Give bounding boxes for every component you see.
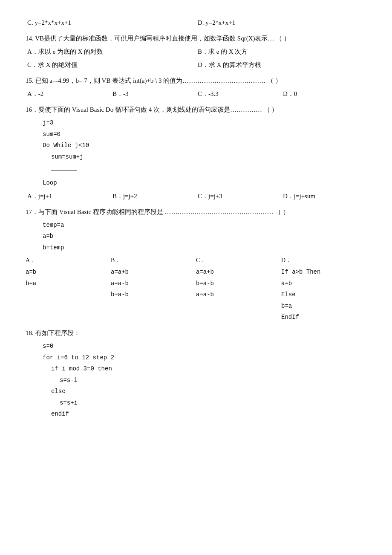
q17-d-label: D． <box>281 255 363 266</box>
q17-a-l2: b=a <box>26 278 107 289</box>
q16-code-blank-line <box>43 164 366 176</box>
q16-option-a: A．j=j+1 <box>26 191 111 202</box>
q16-code-line2: sum=0 <box>43 129 366 140</box>
q14-block: 14. VB提供了大量的标准函数，可供用户编写程序时直接使用，如数学函数 Sqr… <box>26 33 366 71</box>
q17-a-label: A． <box>26 255 107 266</box>
q14-option-b: B．求 e 的 X 次方 <box>196 46 366 58</box>
q16-code-line1: j=3 <box>43 117 366 129</box>
q18-block: 18. 有如下程序段： s=0 for i=6 to 12 step 2 if … <box>26 327 366 420</box>
q17-d-l1: If a>b Then <box>281 266 363 278</box>
q17-block: 17．与下面 Visual Basic 程序功能相同的程序段是 ……………………… <box>26 206 366 323</box>
q17-d-l5: EndIf <box>281 312 363 323</box>
q18-title: 18. 有如下程序段： <box>26 327 366 339</box>
q17-b-label: B． <box>111 255 193 266</box>
q17-option-c: C． a=a+b b=a-b a=a-b <box>196 255 281 323</box>
q13-option-c: C. y=2*x*x+x+1 <box>26 17 196 29</box>
q16-option-d: D．j=j+sum <box>281 191 366 202</box>
q17-option-b: B． a=a+b a=a-b b=a-b <box>111 255 196 323</box>
q15-option-c: C．-3.3 <box>196 88 281 100</box>
q18-l2: for i=6 to 12 step 2 <box>43 352 366 364</box>
q16-option-c: C．j=j+3 <box>196 191 281 202</box>
q17-d-l3: Else <box>281 289 363 301</box>
q15-block: 15. 已知 a=-4.99，b= 7，则 VB 表达式 int(a)+b \ … <box>26 75 366 100</box>
q18-l3: if i mod 3=0 then <box>51 363 366 375</box>
q17-title: 17．与下面 Visual Basic 程序功能相同的程序段是 ……………………… <box>26 206 366 218</box>
q14-option-c: C．求 X 的绝对值 <box>26 59 196 71</box>
q15-title: 15. 已知 a=-4.99，b= 7，则 VB 表达式 int(a)+b \ … <box>26 75 366 87</box>
q17-c-l1: a=a+b <box>196 266 278 278</box>
q18-l4: s=s-i <box>60 375 366 386</box>
q14-option-a: A．求以 e 为底的 X 的对数 <box>26 46 196 58</box>
q18-l5: else <box>51 386 366 397</box>
q13-options: C. y=2*x*x+x+1 D. y=2^x+x+1 <box>26 17 366 29</box>
q16-option-b: B．j=j+2 <box>111 191 196 202</box>
q15-option-d: D．0 <box>281 88 366 100</box>
q17-option-d: D． If a>b Then a=b Else b=a EndIf <box>281 255 366 323</box>
q16-code-line3: Do While j<10 <box>43 140 366 151</box>
q15-option-a: A．-2 <box>26 88 111 100</box>
q17-c-label: C． <box>196 255 278 266</box>
q14-title: 14. VB提供了大量的标准函数，可供用户编写程序时直接使用，如数学函数 Sqr… <box>26 33 366 44</box>
q17-c-l3: a=a-b <box>196 289 278 301</box>
q17-code: temp=a a=b b=temp <box>43 220 366 254</box>
q18-l1: s=0 <box>43 341 366 352</box>
q17-code-line1: temp=a <box>43 220 366 231</box>
q17-b-l2: a=a-b <box>111 278 193 289</box>
q18-code: s=0 for i=6 to 12 step 2 if i mod 3=0 th… <box>43 341 366 420</box>
q17-d-l2: a=b <box>281 278 363 289</box>
q16-block: 16．要使下面的 Visual Basic Do 循环语句做 4 次，则划线处的… <box>26 104 366 202</box>
q17-d-l4: b=a <box>281 301 363 312</box>
q16-code-line5: Loop <box>43 177 366 189</box>
q17-b-l3: b=a-b <box>111 289 193 301</box>
q14-option-d: D．求 X 的算术平方根 <box>196 59 366 71</box>
q17-a-l1: a=b <box>26 266 107 278</box>
q17-option-a: A． a=b b=a <box>26 255 111 323</box>
q16-code-line4: sum=sum+j <box>43 151 366 163</box>
q15-options: A．-2 B．-3 C．-3.3 D．0 <box>26 88 366 100</box>
q17-c-l2: b=a-b <box>196 278 278 289</box>
q17-code-line3: b=temp <box>43 242 366 254</box>
q16-code: j=3 sum=0 Do While j<10 sum=sum+j Loop <box>43 117 366 189</box>
q18-l7: endif <box>51 408 366 420</box>
q16-title: 16．要使下面的 Visual Basic Do 循环语句做 4 次，则划线处的… <box>26 104 366 116</box>
q15-option-b: B．-3 <box>111 88 196 100</box>
q13-option-d: D. y=2^x+x+1 <box>196 17 366 29</box>
q18-l6: s=s+i <box>60 397 366 409</box>
q17-code-line2: a=b <box>43 231 366 242</box>
q14-options-cd: C．求 X 的绝对值 D．求 X 的算术平方根 <box>26 59 366 71</box>
q14-options-ab: A．求以 e 为底的 X 的对数 B．求 e 的 X 次方 <box>26 46 366 58</box>
q17-options: A． a=b b=a B． a=a+b a=a-b b=a-b C． a=a+b… <box>26 255 366 323</box>
q16-options: A．j=j+1 B．j=j+2 C．j=j+3 D．j=j+sum <box>26 191 366 202</box>
q17-b-l1: a=a+b <box>111 266 193 278</box>
q16-blank <box>51 170 77 171</box>
